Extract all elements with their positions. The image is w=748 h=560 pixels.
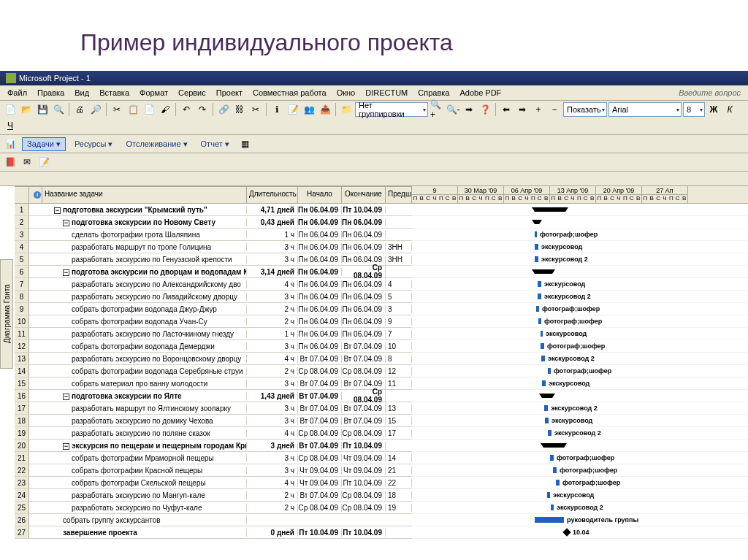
paste-icon[interactable]: 📄 bbox=[142, 102, 156, 117]
start-cell[interactable]: Пн 06.04.09 bbox=[298, 268, 342, 276]
pred-cell[interactable]: 10 bbox=[386, 342, 412, 350]
task-bar[interactable] bbox=[538, 294, 541, 299]
end-cell[interactable]: Пн 06.04.09 bbox=[342, 330, 386, 338]
summary-bar[interactable] bbox=[535, 269, 552, 274]
task-bar[interactable] bbox=[538, 281, 541, 287]
preview-icon[interactable]: 🔎 bbox=[88, 102, 103, 117]
start-cell[interactable]: Пн 06.04.09 bbox=[298, 318, 342, 326]
view-tab-gantt[interactable]: Диаграмма Ганта bbox=[0, 259, 13, 369]
row-number[interactable]: 5 bbox=[15, 253, 29, 265]
minus-icon[interactable]: − bbox=[547, 102, 562, 117]
end-cell[interactable]: Ср 08.04.09 bbox=[342, 388, 386, 404]
col-name[interactable]: Название задачи bbox=[42, 187, 247, 203]
report-view[interactable]: Отчет ▾ bbox=[196, 138, 234, 150]
task-row[interactable]: 12собрать фотографии водопада Демерджи3 … bbox=[15, 340, 412, 353]
duration-cell[interactable]: 2 ч bbox=[247, 504, 298, 512]
row-number[interactable]: 11 bbox=[15, 328, 29, 340]
pred-cell[interactable]: 14 bbox=[386, 454, 412, 462]
duration-cell[interactable]: 1 ч bbox=[247, 330, 298, 338]
end-cell[interactable]: Пн 06.04.09 bbox=[342, 318, 386, 326]
duration-cell[interactable]: 4 ч bbox=[247, 429, 298, 437]
start-cell[interactable]: Пн 06.04.09 bbox=[298, 218, 342, 226]
start-cell[interactable]: Ср 08.04.09 bbox=[298, 367, 342, 375]
formula-bar[interactable] bbox=[0, 172, 748, 186]
task-row[interactable]: 2−подготовка экскурсии по Новому Свету0,… bbox=[15, 216, 412, 229]
row-number[interactable]: 26 bbox=[15, 514, 29, 526]
task-row[interactable]: 22собрать фотографии Красной пещеры3 чЧт… bbox=[15, 464, 412, 477]
task-row[interactable]: 21собрать фотографии Мраморной пещеры3 ч… bbox=[15, 452, 412, 464]
col-info[interactable]: i bbox=[29, 187, 42, 203]
start-cell[interactable]: Пн 06.04.09 bbox=[298, 231, 342, 239]
zoom-in-icon[interactable]: 🔍+ bbox=[430, 102, 444, 117]
duration-cell[interactable]: 2 ч bbox=[247, 305, 298, 313]
task-name-cell[interactable]: разработать экскурсию по Воронцовскому д… bbox=[42, 355, 247, 363]
fontsize-dropdown[interactable]: 8 bbox=[683, 102, 705, 117]
show-dropdown[interactable]: Показать bbox=[563, 102, 607, 117]
task-name-cell[interactable]: собрать фотографи Скельской пещеры bbox=[42, 479, 247, 487]
split-icon[interactable]: ✂ bbox=[248, 102, 263, 117]
task-bar[interactable] bbox=[545, 418, 549, 423]
duration-cell[interactable]: 1 ч bbox=[247, 231, 298, 239]
help-icon[interactable]: ❓ bbox=[478, 102, 492, 117]
duration-cell[interactable]: 0,43 дней bbox=[247, 218, 298, 226]
duration-cell[interactable]: 3,14 дней bbox=[247, 268, 298, 276]
end-cell[interactable]: Пн 06.04.09 bbox=[342, 280, 386, 288]
task-bar[interactable] bbox=[535, 256, 538, 262]
end-cell[interactable]: Пн 06.04.09 bbox=[342, 231, 386, 239]
task-name-cell[interactable]: −экскурсия по пещерам и пещерным городам… bbox=[42, 442, 247, 450]
unlink-icon[interactable]: ⛓ bbox=[232, 102, 247, 117]
undo-icon[interactable]: ↶ bbox=[179, 102, 194, 117]
task-row[interactable]: 23собрать фотографи Скельской пещеры4 чЧ… bbox=[15, 477, 412, 489]
pred-cell[interactable]: 22 bbox=[386, 479, 412, 487]
row-number[interactable]: 23 bbox=[15, 477, 29, 488]
start-cell[interactable]: Ср 08.04.09 bbox=[298, 504, 342, 512]
task-name-cell[interactable]: разработать маршрут по Ялтинскому зоопар… bbox=[42, 404, 247, 413]
duration-cell[interactable]: 0 дней bbox=[247, 529, 298, 537]
end-cell[interactable]: Чт 09.04.09 bbox=[342, 467, 386, 475]
duration-cell[interactable]: 3 ч bbox=[247, 467, 298, 475]
end-cell[interactable]: Ср 08.04.09 bbox=[342, 264, 386, 280]
pred-cell[interactable]: 21 bbox=[386, 467, 412, 475]
assign-icon[interactable]: 👥 bbox=[302, 102, 316, 117]
summary-bar[interactable] bbox=[543, 443, 564, 448]
task-bar[interactable] bbox=[544, 405, 548, 411]
pdf-review-icon[interactable]: 📝 bbox=[37, 155, 51, 169]
start-cell[interactable]: Вт 07.04.09 bbox=[298, 392, 342, 400]
task-name-cell[interactable]: собрать фотографии водопада Демерджи bbox=[42, 342, 247, 350]
task-row[interactable]: 3сделать фотографии грота Шаляпина1 чПн … bbox=[15, 229, 412, 241]
start-cell[interactable]: Пн 06.04.09 bbox=[298, 305, 342, 313]
end-cell[interactable]: Вт 07.04.09 bbox=[342, 404, 386, 413]
task-row[interactable]: 20−экскурсия по пещерам и пещерным город… bbox=[15, 440, 412, 452]
link-icon[interactable]: 🔗 bbox=[216, 102, 231, 117]
pred-cell[interactable]: 7 bbox=[386, 330, 412, 338]
task-bar[interactable] bbox=[535, 244, 538, 250]
start-cell[interactable]: Пн 06.04.09 bbox=[298, 330, 342, 338]
task-bar[interactable] bbox=[541, 343, 544, 349]
menu-project[interactable]: Проект bbox=[212, 87, 247, 99]
directum-icon[interactable]: 📁 bbox=[339, 102, 354, 117]
task-name-cell[interactable]: собрать фотографии Мраморной пещеры bbox=[42, 454, 247, 462]
task-name-cell[interactable]: разработать экскурсию по Ласточкиному гн… bbox=[42, 330, 247, 338]
end-cell[interactable]: Пт 10.04.09 bbox=[342, 529, 386, 537]
duration-cell[interactable]: 4 ч bbox=[247, 280, 298, 288]
task-name-cell[interactable]: разработать экскурсию по Мангуп-кале bbox=[42, 491, 247, 499]
pred-cell[interactable]: 13 bbox=[386, 404, 412, 413]
end-cell[interactable]: Вт 07.04.09 bbox=[342, 380, 386, 388]
task-name-cell[interactable]: сделать фотографии грота Шаляпина bbox=[42, 231, 247, 239]
menu-format[interactable]: Формат bbox=[135, 87, 172, 99]
end-cell[interactable]: Ср 08.04.09 bbox=[342, 491, 386, 499]
col-end[interactable]: Окончание bbox=[342, 187, 386, 203]
pred-cell[interactable]: 15 bbox=[386, 417, 412, 425]
cut-icon[interactable]: ✂ bbox=[110, 102, 124, 117]
row-number[interactable]: 8 bbox=[15, 291, 29, 302]
task-row[interactable]: 26собрать группу экскурсантов bbox=[15, 514, 412, 526]
task-name-cell[interactable]: −подготовка экскурсии "Крымский путь" bbox=[42, 206, 247, 214]
tasks-view[interactable]: Задачи ▾ bbox=[22, 137, 66, 151]
task-bar[interactable] bbox=[556, 480, 560, 486]
new-icon[interactable]: 📄 bbox=[3, 102, 18, 117]
italic-icon[interactable]: К bbox=[722, 102, 737, 117]
start-cell[interactable]: Пн 06.04.09 bbox=[298, 293, 342, 301]
start-cell[interactable]: Чт 09.04.09 bbox=[298, 467, 342, 475]
start-cell[interactable]: Пн 06.04.09 bbox=[298, 342, 342, 350]
duration-cell[interactable]: 2 ч bbox=[247, 318, 298, 326]
